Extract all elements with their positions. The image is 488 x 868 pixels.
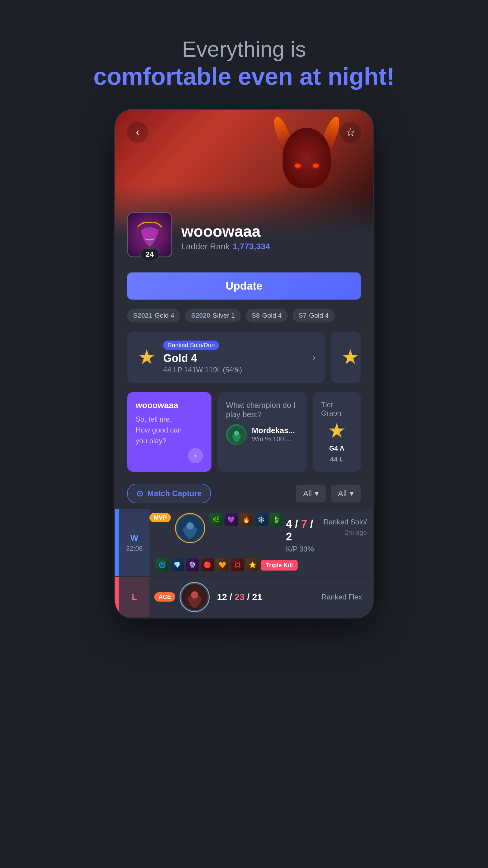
match-champ-icon-0 <box>176 515 204 541</box>
item-0-1: 💜 <box>224 513 238 526</box>
match-duration-0: 32:08 <box>126 545 142 553</box>
info-cards: wooowaaa So, tell me.How good canyou pla… <box>115 392 373 481</box>
rank-emblem-icon <box>136 347 157 368</box>
season-badge-2: S8 Gold 4 <box>246 309 288 322</box>
rank-card-flex[interactable] <box>331 332 361 383</box>
rank-details: 44 LP 141W 119L (54%) <box>163 366 307 374</box>
svg-point-6 <box>187 522 194 530</box>
star-button[interactable]: ☆ <box>340 122 361 143</box>
filter-select-2[interactable]: All ▾ <box>331 485 361 502</box>
profile-name: wooowaaa <box>181 223 270 240</box>
filter2-label: All <box>338 489 347 498</box>
rank-emblem-flex <box>340 347 361 368</box>
svg-point-8 <box>191 591 198 598</box>
season-label-3: S7 <box>298 312 307 319</box>
season-badge-0: S2021 Gold 4 <box>127 309 180 322</box>
ace-badge: ACE <box>154 592 175 601</box>
bottom-item-0-4: 🧡 <box>216 558 229 571</box>
avatar-wrapper: 24 <box>127 212 172 257</box>
match-side-bar-1 <box>115 577 119 617</box>
match-side-bar-0 <box>115 509 119 576</box>
match-type-1: Ranked Flex <box>321 593 362 601</box>
item-0-4: 🍃 <box>270 513 283 526</box>
challenge-card[interactable]: wooowaaa So, tell me.How good canyou pla… <box>127 392 212 472</box>
champion-stat: Win % 100.... <box>252 435 295 443</box>
rank-tier: Gold 4 <box>163 352 307 364</box>
match-champ-avatar-0 <box>175 513 205 543</box>
champion-avatar-icon <box>227 426 246 444</box>
gold-emblem-flex <box>340 347 361 368</box>
season-label-2: S8 <box>252 312 260 319</box>
champion-card-title: What champion do I play best? <box>226 401 298 419</box>
season-badge-1: S2020 Silver 1 <box>185 309 241 322</box>
match-type-col-1: Ranked Flex <box>315 588 368 606</box>
match-items-0: 🌿 💜 🔥 ❄️ 🍃 <box>209 513 283 526</box>
season-label-0: S2021 <box>133 312 153 319</box>
bottom-item-0-0: 🌀 <box>156 558 169 571</box>
tier-lp: 44 L <box>330 456 344 463</box>
match-result-col-0: W 32:08 <box>119 509 150 576</box>
challenge-card-subtitle: So, tell me.How good canyou play? <box>135 414 203 446</box>
update-button[interactable]: Update <box>127 273 361 300</box>
avatar-icon <box>135 218 165 251</box>
season-value-3: Gold 4 <box>309 312 329 319</box>
rank-cards: Ranked Solo/Duo Gold 4 44 LP 141W 119L (… <box>115 332 373 392</box>
mvp-badge: MVP <box>150 513 171 522</box>
filter-select-1[interactable]: All ▾ <box>296 485 326 502</box>
challenge-card-title: wooowaaa <box>135 401 203 410</box>
match-champ-avatar-1 <box>180 582 210 612</box>
camera-icon: ⊙ <box>136 489 143 498</box>
match-capture-label: Match Capture <box>147 489 202 498</box>
season-label-1: S2020 <box>191 312 210 319</box>
match-bottom-items-0: 🌀 💎 🔮 🔴 🧡 💢 ⭐ Triple Kill <box>150 558 373 576</box>
item-0-2: 🔥 <box>239 513 253 526</box>
tier-emblem-inner <box>329 423 345 439</box>
match-type-0: Ranked Solo/ <box>324 518 367 526</box>
season-value-2: Gold 4 <box>262 312 282 319</box>
profile-row: 24 wooowaaa Ladder Rank 1,773,334 <box>127 212 361 257</box>
tier-emblem <box>326 421 347 441</box>
tier-card-title: Tier Graph <box>321 401 352 417</box>
svg-point-1 <box>143 232 148 236</box>
bottom-item-0-5: 💢 <box>231 558 244 571</box>
rank-card-solo[interactable]: Ranked Solo/Duo Gold 4 44 LP 141W 119L (… <box>127 332 325 383</box>
tier-info: G4 A <box>329 444 345 453</box>
level-badge: 24 <box>140 248 159 260</box>
title-line2: comfortable even at night! <box>93 62 395 91</box>
svg-point-4 <box>234 431 239 435</box>
gold-emblem <box>136 347 157 368</box>
back-button[interactable]: ‹ <box>127 122 148 143</box>
filter2-arrow: ▾ <box>350 489 354 498</box>
match-champ-icon-1 <box>181 584 208 611</box>
match-items-top-0: 🌿 💜 🔥 ❄️ 🍃 <box>209 513 283 526</box>
match-row-1[interactable]: L ACE 12 / 23 / 21 Ranked Flex <box>115 577 373 617</box>
match-capture-button[interactable]: ⊙ Match Capture <box>127 484 211 503</box>
nav-buttons: ‹ ☆ <box>115 122 373 143</box>
triple-kill-badge: Triple Kill <box>261 560 298 570</box>
filter-selects: All ▾ All ▾ <box>296 485 361 502</box>
season-value-0: Gold 4 <box>155 312 174 319</box>
profile-rank-row: Ladder Rank 1,773,334 <box>181 242 270 251</box>
match-result-0: W <box>130 533 138 543</box>
match-top-row: MVP 🌿 💜 🔥 ❄️ 🍃 <box>150 509 373 558</box>
champion-card[interactable]: What champion do I play best? Mordekas..… <box>218 392 307 472</box>
champion-avatar <box>226 424 247 445</box>
bottom-item-0-3: 🔴 <box>201 558 214 571</box>
gold-emblem-flex-inner <box>342 349 359 366</box>
season-badges: S2021 Gold 4 S2020 Silver 1 S8 Gold 4 S7… <box>115 300 373 332</box>
match-row-0[interactable]: W 32:08 MVP 🌿 💜 🔥 <box>115 509 373 576</box>
phone-container: ‹ ☆ <box>115 109 373 618</box>
match-content-1: ACE 12 / 23 / 21 Ranked Flex <box>150 577 373 617</box>
item-0-0: 🌿 <box>209 513 223 526</box>
match-content-0: MVP 🌿 💜 🔥 ❄️ 🍃 <box>150 509 373 576</box>
bottom-item-0-6: ⭐ <box>246 558 259 571</box>
item-0-3: ❄️ <box>255 513 268 526</box>
match-section-header: ⊙ Match Capture All ▾ All ▾ <box>115 481 373 509</box>
bottom-item-0-1: 💎 <box>170 558 184 571</box>
tier-card[interactable]: Tier Graph G4 A 44 L <box>313 392 361 472</box>
kda-text-0: 4 / 7 / 2 <box>286 518 315 543</box>
match-result-1: L <box>132 592 137 602</box>
kda-row-0: 4 / 7 / 2 <box>286 518 315 543</box>
match-type-col-0: Ranked Solo/ 2m ago <box>318 513 373 541</box>
profile-section: 24 wooowaaa Ladder Rank 1,773,334 <box>115 212 373 273</box>
